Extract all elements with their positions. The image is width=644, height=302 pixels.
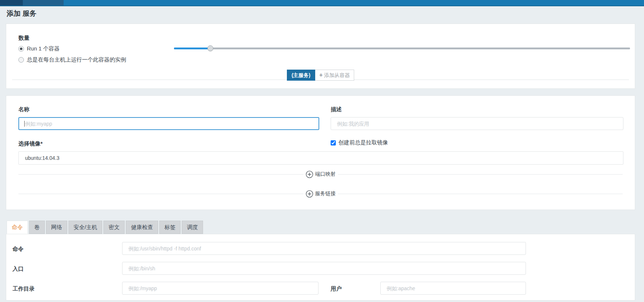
entrypoint-input[interactable] (122, 262, 526, 275)
service-link-expander[interactable]: 服务链接 (303, 190, 338, 198)
add-sidekick-button[interactable]: + 添加从容器 (315, 70, 354, 81)
service-link-label: 服务链接 (315, 190, 336, 197)
tab-command[interactable]: 命令 (7, 221, 28, 234)
port-mapping-label: 端口映射 (315, 171, 336, 178)
detail-tabs: 命令 卷 网络 安全/主机 密文 健康检查 标签 调度 (7, 221, 204, 234)
tab-health-check[interactable]: 健康检查 (126, 221, 158, 234)
pull-image-label: 创建前总是拉取镜像 (338, 139, 388, 146)
tab-primary-service[interactable]: (主服务) (287, 70, 315, 81)
plus-circle-icon (306, 171, 313, 178)
port-mapping-expander[interactable]: 端口映射 (303, 171, 338, 178)
divider-line (18, 174, 303, 175)
tab-networking[interactable]: 网络 (46, 221, 67, 234)
quantity-label: 数量 (18, 35, 29, 42)
top-navigation-bar (0, 0, 644, 6)
description-label: 描述 (331, 106, 342, 113)
divider-line (338, 174, 623, 175)
radio-run-label: Run 1 个容器 (27, 45, 60, 52)
tab-labels[interactable]: 标签 (159, 221, 181, 234)
plus-circle-icon (306, 190, 313, 198)
slider-track[interactable] (174, 48, 630, 49)
select-image-label: 选择镜像* (18, 140, 43, 147)
slider-handle[interactable] (207, 45, 213, 51)
service-info-card: 名称 描述 选择镜像* 创建前总是拉取镜像 ubuntu:14.04.3 端口映… (6, 95, 635, 210)
workdir-label: 工作目录 (13, 285, 35, 292)
text-cursor (24, 121, 25, 127)
divider-line (18, 194, 303, 194)
topbar-segment-medium (23, 0, 64, 6)
service-tabs-row: (主服务) + 添加从容器 (6, 70, 635, 81)
entrypoint-label: 入口 (13, 266, 24, 273)
radio-global-label: 总是在每台主机上运行一个此容器的实例 (27, 56, 126, 63)
add-service-page: { "header": { "title": "添加 服务" }, "scale… (0, 0, 644, 302)
slider-fill (174, 48, 210, 49)
name-input[interactable] (18, 117, 319, 130)
command-label: 命令 (13, 246, 24, 253)
service-link-expander-row: 服务链接 (18, 189, 623, 198)
pull-image-checkbox-row[interactable]: 创建前总是拉取镜像 (331, 139, 388, 146)
description-input[interactable] (331, 117, 623, 130)
radio-selected-icon[interactable] (18, 46, 24, 52)
user-label: 用户 (331, 285, 342, 292)
name-label: 名称 (18, 106, 29, 113)
workdir-input[interactable] (122, 282, 319, 295)
scale-card: 数量 Run 1 个容器 总是在每台主机上运行一个此容器的实例 (主服务) + … (6, 24, 635, 89)
pull-image-checkbox[interactable] (331, 140, 336, 145)
radio-run-containers[interactable]: Run 1 个容器 (18, 45, 60, 52)
tab-volumes[interactable]: 卷 (29, 221, 45, 234)
page-title: 添加 服务 (7, 9, 36, 18)
scale-slider[interactable] (174, 45, 630, 51)
topbar-segment-dark (0, 0, 23, 6)
tab-scheduling[interactable]: 调度 (182, 221, 203, 234)
tab-security-host[interactable]: 安全/主机 (68, 221, 102, 234)
user-input[interactable] (380, 282, 526, 295)
command-input[interactable] (122, 242, 526, 255)
tab-secrets[interactable]: 密文 (103, 221, 125, 234)
plus-icon: + (319, 70, 323, 80)
radio-global-service[interactable]: 总是在每台主机上运行一个此容器的实例 (18, 56, 126, 63)
port-mapping-expander-row: 端口映射 (18, 170, 623, 179)
command-panel: 命令 入口 工作目录 用户 (6, 234, 635, 301)
image-input[interactable]: ubuntu:14.04.3 (18, 151, 623, 165)
divider-line (338, 194, 623, 194)
add-sidekick-label: 添加从容器 (324, 70, 350, 80)
radio-unselected-icon[interactable] (18, 57, 24, 63)
